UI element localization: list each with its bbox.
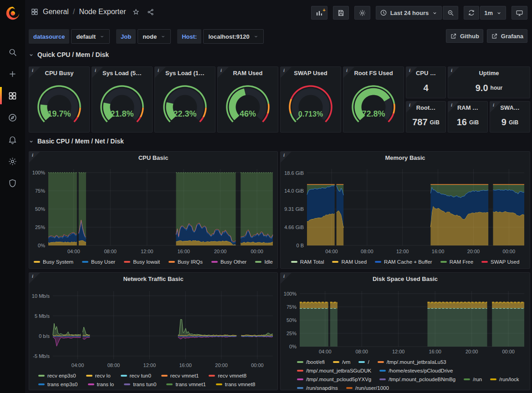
svg-text:50%: 50% [286,317,297,323]
legend-item[interactable]: RAM Cache + Buffer [375,259,432,265]
zoom-out-time-button[interactable] [443,6,458,20]
gauge-panel-0: iCPU Busy19.7% [29,66,90,133]
panel-title[interactable]: Disk Space Used Basic [281,273,530,285]
legend-item[interactable]: recv vmnet8 [209,373,246,378]
svg-text:25%: 25% [286,331,297,336]
svg-text:20:00: 20:00 [466,349,478,354]
dashboard-link-github[interactable]: Github [446,29,483,43]
panel-info-corner[interactable] [343,67,354,78]
panel-info-corner[interactable] [155,67,166,78]
panel-info-corner[interactable] [448,67,459,78]
panel-info-corner[interactable] [406,67,417,78]
chart-plot-mem[interactable]: 0 B4.66 GiB9.31 GiB14.0 GiB18.6 GiB04:00… [281,164,530,256]
sidebar-item-compass[interactable] [0,107,25,128]
breadcrumb-section[interactable]: General [43,8,69,16]
add-panel-button[interactable]: + [311,6,327,20]
legend-item[interactable]: /home/esteves/pCloudDrive [379,368,453,373]
panel-title[interactable]: Uptime [448,67,530,79]
legend-item[interactable]: /tmp/.mount_pcloud5pYXVg [297,377,371,382]
legend-item[interactable]: recv enp3s0 [38,373,76,378]
panel-info-corner[interactable] [490,102,501,112]
variable-value-dropdown[interactable]: localhost:9120 [203,29,263,44]
stat-value-unit: GiB [469,119,479,126]
panel-info-corner[interactable] [406,102,417,112]
legend-swatch [82,261,88,263]
legend-item[interactable]: Busy System [34,259,73,265]
legend-item[interactable]: Busy IRQs [169,259,203,265]
chart-plot-net[interactable]: -5 Mb/s0 b/s5 Mb/s10 Mb/s04:0008:0012:00… [29,286,277,370]
legend-item[interactable]: trans enp3s0 [38,382,78,387]
panel-info-corner[interactable] [448,102,459,112]
legend-row: /run/snapd/ns/run/user/1000 [281,383,530,392]
panel-info-corner[interactable] [281,152,292,163]
legend-item[interactable]: /run [464,377,482,382]
panel-info-corner[interactable] [281,67,292,78]
legend-swatch [211,261,218,263]
breadcrumb-separator: / [73,8,75,16]
dashboard-link-grafana[interactable]: Grafana [487,29,527,43]
legend-item[interactable]: trans vmnet1 [166,382,205,387]
gauge-svg: 46% [220,82,276,125]
legend-item[interactable]: RAM Total [291,259,324,265]
share-icon[interactable] [147,8,154,16]
sidebar-item-search[interactable] [0,41,25,63]
panel-title[interactable]: Memory Basic [281,152,530,163]
legend-item[interactable]: / [358,359,369,365]
refresh-interval-picker[interactable]: 1m [480,6,506,20]
kiosk-mode-button[interactable] [512,6,527,20]
section-quick-cpu-mem-disk[interactable]: Quick CPU / Mem / Disk [28,51,109,58]
legend-item[interactable]: recv lo [86,373,111,378]
legend-item[interactable]: /tmp/.mount_jetbraIaLu53 [378,359,446,365]
chart-plot-disk[interactable]: 0%25%50%75%100%04:0008:0012:0016:0020:00… [281,286,530,357]
panel-info-corner[interactable] [29,152,40,163]
legend-item[interactable]: trans vmnet8 [216,382,255,387]
external-link-icon [450,33,457,40]
sidebar-item-gear[interactable] [0,150,25,172]
legend-item[interactable]: recv tun0 [121,373,151,378]
panel-info-corner[interactable] [92,67,103,78]
sidebar-item-bell[interactable] [0,128,25,150]
legend-item[interactable]: Idle [255,259,273,265]
legend-item[interactable]: /tmp/.mount_jetbraSGuDUK [297,368,371,373]
panel-info-corner[interactable] [218,67,229,78]
legend-item[interactable]: Busy Iowait [124,259,160,265]
save-dashboard-button[interactable] [333,6,349,20]
legend-item[interactable]: RAM Free [440,259,473,265]
legend-item[interactable]: trans lo [88,382,114,387]
legend-item[interactable]: SWAP Used [481,259,519,265]
breadcrumb-page-title[interactable]: Node Exporter [79,8,126,16]
sidebar-item-plus[interactable] [0,63,25,85]
legend-item[interactable]: /run/user/1000 [346,385,389,391]
legend-item[interactable]: trans tun0 [124,382,156,387]
legend-item[interactable]: RAM Used [332,259,367,265]
chart-panel-cpu: iCPU Basic0%25%50%75%100%04:0008:0012:00… [29,151,278,269]
variable-value-dropdown[interactable]: default [71,29,110,44]
sidebar-item-grid[interactable] [0,85,25,107]
section-basic-cpu-mem-net-disk[interactable]: Basic CPU / Mem / Net / Disk [28,138,124,145]
star-icon[interactable] [132,8,140,16]
legend-item[interactable]: recv vmnet1 [161,373,199,378]
legend-item[interactable]: /tmp/.mount_pcloudeBNmBg [379,377,455,382]
grafana-logo-icon[interactable] [5,5,20,21]
panel-title[interactable]: Network Traffic Basic [29,273,277,285]
time-range-picker[interactable]: Last 24 hours [376,6,442,20]
sidebar-item-shield[interactable] [0,172,25,194]
chart-plot-cpu[interactable]: 0%25%50%75%100%04:0008:0012:0016:0020:00… [29,164,277,256]
legend-item[interactable]: Busy Other [211,259,247,265]
panel-info-corner[interactable] [281,273,292,284]
refresh-button[interactable] [464,6,479,20]
legend-item[interactable]: /run/snapd/ns [297,385,338,391]
dashboard-settings-button[interactable] [354,6,370,20]
stat-value-number: 4 [423,83,428,93]
svg-text:0 B: 0 B [296,243,304,248]
svg-text:0 b/s: 0 b/s [39,333,50,339]
legend-item[interactable]: Busy User [82,259,115,265]
legend-item[interactable]: /vm [333,359,351,365]
panel-title[interactable]: CPU Basic [29,152,277,163]
legend-item[interactable]: /run/lock [490,377,519,382]
panel-info-corner[interactable] [29,273,40,284]
variable-value-dropdown[interactable]: node [138,29,171,44]
stat-panel-2: iRoot…787GiB [406,101,446,133]
panel-info-corner[interactable] [29,67,40,78]
legend-item[interactable]: /boot/efi [297,359,325,365]
